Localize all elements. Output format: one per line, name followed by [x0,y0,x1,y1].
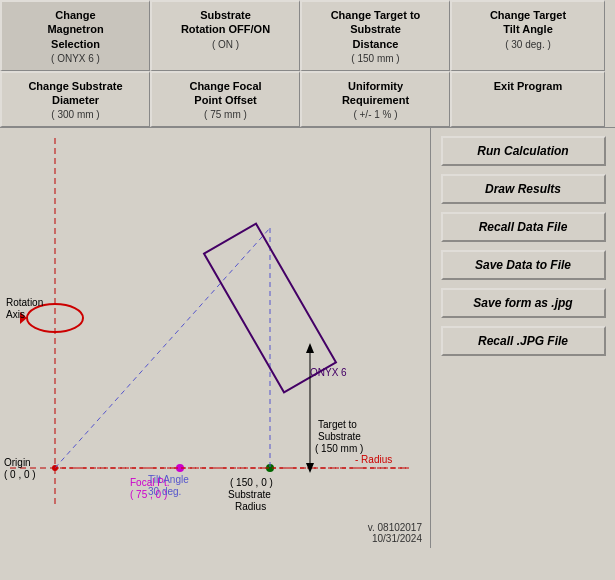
btn-exit[interactable]: Exit Program [450,71,605,128]
btn-rotation-label: SubstrateRotation OFF/ON [156,8,295,37]
btn-tilt-value: ( 30 deg. ) [456,39,600,50]
draw-results-button[interactable]: Draw Results [441,174,606,204]
save-jpg-button[interactable]: Save form as .jpg [441,288,606,318]
btn-focal[interactable]: Change FocalPoint Offset ( 75 mm ) [150,71,300,128]
btn-exit-label: Exit Program [456,79,600,93]
svg-text:Rotation: Rotation [6,297,43,308]
svg-text:( 150 mm ): ( 150 mm ) [315,443,363,454]
diagram-canvas: Rotation Axis Origin ( 0 , 0 ) Focal Pt.… [0,128,430,548]
svg-marker-28 [306,343,314,353]
btn-magnetron-label: ChangeMagnetronSelection [6,8,145,51]
svg-text:Substrate: Substrate [318,431,361,442]
version-label: v. 0810201710/31/2024 [368,522,422,544]
btn-magnetron-value: ( ONYX 6 ) [6,53,145,64]
recall-data-file-button[interactable]: Recall Data File [441,212,606,242]
btn-distance[interactable]: Change Target toSubstrateDistance ( 150 … [300,0,450,71]
svg-text:( 0 , 0 ): ( 0 , 0 ) [4,469,36,480]
svg-text:Substrate: Substrate [228,489,271,500]
btn-substrate-dia-label: Change SubstrateDiameter [6,79,145,108]
run-calculation-button[interactable]: Run Calculation [441,136,606,166]
btn-exit-value [456,95,600,106]
btn-distance-label: Change Target toSubstrateDistance [306,8,445,51]
btn-rotation[interactable]: SubstrateRotation OFF/ON ( ON ) [150,0,300,71]
btn-focal-value: ( 75 mm ) [156,109,295,120]
btn-tilt[interactable]: Change TargetTilt Angle ( 30 deg. ) [450,0,605,71]
svg-text:Axis: Axis [6,309,25,320]
svg-text:ONYX 6: ONYX 6 [310,367,347,378]
diagram-svg: Rotation Axis Origin ( 0 , 0 ) Focal Pt.… [0,128,430,538]
svg-text:Radius: Radius [235,501,266,512]
btn-tilt-label: Change TargetTilt Angle [456,8,600,37]
recall-jpg-button[interactable]: Recall .JPG File [441,326,606,356]
svg-text:Origin: Origin [4,457,31,468]
btn-uniformity[interactable]: UniformityRequirement ( +/- 1 % ) [300,71,450,128]
btn-magnetron[interactable]: ChangeMagnetronSelection ( ONYX 6 ) [0,0,150,71]
top-grid: ChangeMagnetronSelection ( ONYX 6 ) Subs… [0,0,615,128]
btn-substrate-dia[interactable]: Change SubstrateDiameter ( 300 mm ) [0,71,150,128]
svg-text:30 deg.: 30 deg. [148,486,181,497]
svg-text:Tilt Angle: Tilt Angle [148,474,189,485]
btn-uniformity-value: ( +/- 1 % ) [306,109,445,120]
btn-rotation-value: ( ON ) [156,39,295,50]
btn-substrate-dia-value: ( 300 mm ) [6,109,145,120]
main-area: Rotation Axis Origin ( 0 , 0 ) Focal Pt.… [0,128,615,548]
svg-text:Target to: Target to [318,419,357,430]
svg-line-17 [55,228,270,468]
btn-uniformity-label: UniformityRequirement [306,79,445,108]
svg-text:- Radius: - Radius [355,454,392,465]
btn-distance-value: ( 150 mm ) [306,53,445,64]
right-panel: Run Calculation Draw Results Recall Data… [430,128,615,548]
save-data-file-button[interactable]: Save Data to File [441,250,606,280]
svg-text:( 150 , 0 ): ( 150 , 0 ) [230,477,273,488]
btn-focal-label: Change FocalPoint Offset [156,79,295,108]
